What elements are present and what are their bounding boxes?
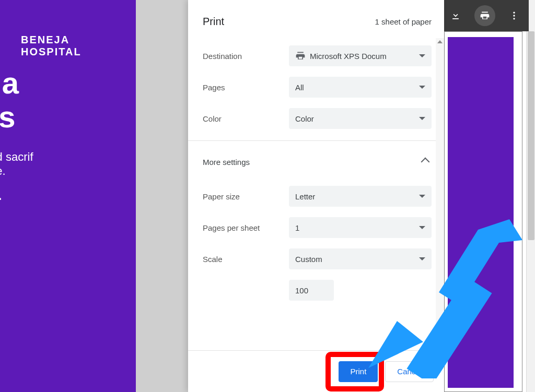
more-icon bbox=[509, 10, 519, 21]
print-button[interactable]: Print bbox=[339, 361, 378, 382]
dialog-footer: Print Cancel bbox=[188, 350, 444, 392]
dialog-body: Destination Microsoft XPS Docum Pages Al… bbox=[188, 38, 444, 350]
download-button[interactable] bbox=[445, 5, 466, 26]
print-dialog: Print 1 sheet of paper Destination Micro… bbox=[188, 0, 444, 392]
body-line1: r your service and sacrif bbox=[0, 150, 120, 165]
chevron-down-icon bbox=[419, 86, 425, 89]
pdf-toolbar bbox=[441, 0, 529, 31]
chevron-up-icon bbox=[421, 158, 430, 167]
more-menu-button[interactable] bbox=[504, 5, 525, 26]
print-icon bbox=[480, 10, 490, 21]
destination-select[interactable]: Microsoft XPS Docum bbox=[289, 45, 432, 66]
dialog-title: Print bbox=[203, 16, 224, 28]
pages-per-sheet-select[interactable]: 1 bbox=[289, 217, 432, 238]
scrollbar-thumb[interactable] bbox=[528, 31, 534, 240]
pages-value: All bbox=[295, 83, 419, 92]
svg-point-7 bbox=[513, 18, 515, 19]
document-preview: BENEJA HOSPITAL salute a ntliners r your… bbox=[0, 0, 136, 392]
destination-value: Microsoft XPS Docum bbox=[310, 52, 419, 61]
body-line2: g this difficult time. bbox=[0, 164, 120, 178]
scroll-up-icon[interactable] bbox=[437, 40, 443, 43]
scale-input[interactable]: 100 bbox=[289, 280, 334, 301]
cancel-button[interactable]: Cancel bbox=[385, 361, 434, 382]
heroes-line: are our heroes. bbox=[0, 188, 120, 203]
window-scrollbar[interactable] bbox=[526, 0, 535, 392]
headline-line1: salute a bbox=[0, 67, 120, 99]
more-settings-label: More settings bbox=[203, 158, 250, 167]
scale-number: 100 bbox=[295, 286, 308, 295]
paper-size-value: Letter bbox=[295, 192, 419, 201]
hospital-name: BENEJA HOSPITAL bbox=[21, 34, 120, 58]
paper-size-select[interactable]: Letter bbox=[289, 186, 432, 207]
chevron-down-icon bbox=[419, 226, 425, 229]
background-page bbox=[444, 31, 522, 392]
scale-label: Scale bbox=[203, 255, 289, 264]
divider bbox=[188, 140, 444, 141]
pages-per-sheet-value: 1 bbox=[295, 223, 419, 232]
pages-label: Pages bbox=[203, 83, 289, 92]
svg-point-5 bbox=[513, 12, 515, 14]
printer-icon bbox=[295, 51, 306, 61]
paper-size-label: Paper size bbox=[203, 192, 289, 201]
scale-value: Custom bbox=[295, 255, 419, 264]
svg-point-6 bbox=[513, 15, 515, 16]
chevron-down-icon bbox=[419, 54, 425, 57]
preview-background bbox=[136, 0, 188, 392]
sheet-count: 1 sheet of paper bbox=[375, 17, 432, 26]
pages-per-sheet-label: Pages per sheet bbox=[203, 223, 289, 232]
more-settings-toggle[interactable]: More settings bbox=[188, 145, 444, 179]
chevron-down-icon bbox=[419, 117, 425, 120]
chevron-down-icon bbox=[419, 257, 425, 260]
dialog-header: Print 1 sheet of paper bbox=[188, 0, 444, 38]
color-select[interactable]: Color bbox=[289, 108, 432, 129]
destination-label: Destination bbox=[203, 52, 289, 61]
scroll-down-icon[interactable] bbox=[437, 345, 443, 348]
download-icon bbox=[450, 10, 461, 21]
chevron-down-icon bbox=[419, 195, 425, 198]
pages-select[interactable]: All bbox=[289, 77, 432, 98]
color-label: Color bbox=[203, 114, 289, 123]
headline-line2: ntliners bbox=[0, 99, 120, 134]
color-value: Color bbox=[295, 114, 419, 123]
scale-select[interactable]: Custom bbox=[289, 248, 432, 269]
print-toolbar-button[interactable] bbox=[474, 5, 495, 26]
dialog-scrollbar[interactable] bbox=[436, 38, 444, 350]
